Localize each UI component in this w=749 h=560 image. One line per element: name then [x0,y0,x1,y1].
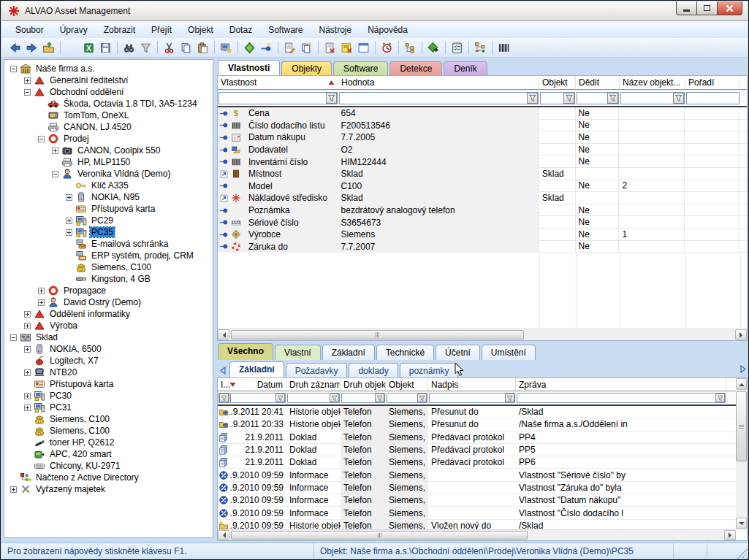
tree-node[interactable]: Propagace [4,285,213,296]
close-button[interactable] [717,1,742,15]
property-row[interactable]: Inventární čísloHIM122444Ne [218,156,747,168]
category-tab-vlastn[interactable]: Vlastní [275,345,321,360]
filter-funnel-button[interactable] [563,93,574,104]
tree-node[interactable]: Siemens, C100 [4,261,213,273]
tree-node[interactable]: Sklad [4,331,213,343]
journal-tab-poznmky[interactable]: poznámky [400,363,459,377]
tree-node[interactable]: APC, 420 smart [4,448,213,460]
journal-filter-input-druhobj[interactable] [341,393,385,403]
property-row[interactable]: MístnostSkladSklad [218,168,747,180]
column-header-nazev[interactable]: Název objekt... [620,76,685,89]
tree-node[interactable]: Vyřazený majetek [4,483,213,495]
tree-expand-box[interactable] [24,77,31,84]
journal-filter-input-datum[interactable] [230,393,286,403]
tree-node[interactable]: Přístupová karta [4,203,213,215]
tree-node[interactable]: CANON, Coolpix 550 [4,145,213,156]
menu-item-dotaz[interactable]: Dotaz [221,22,260,38]
journal-filter-input-ic[interactable] [218,393,229,403]
menu-item-soubor[interactable]: Soubor [7,22,52,38]
tree-node[interactable]: Klíč A335 [4,180,213,191]
tree-node[interactable]: Načteno z Active Directory [4,472,213,483]
property-row[interactable]: Datum nákupu7.7.2005Ne [218,131,747,144]
filter-funnel-button[interactable] [375,394,384,402]
category-tab-zkladn[interactable]: Základní [322,345,375,360]
tree-expand-box[interactable] [24,404,31,411]
toolbar-edit-record-button[interactable] [281,39,298,56]
tree-expand-box[interactable] [10,486,17,493]
toolbar-barcode-button[interactable] [495,39,512,56]
toolbar-copy-record-button[interactable] [298,39,315,56]
tree-node[interactable]: Naše firma a.s. [4,63,213,74]
filter-funnel-button[interactable] [607,93,618,104]
filter-funnel-button[interactable] [330,394,339,402]
tree-node[interactable]: NOKIA, 6500 [4,343,213,355]
property-row[interactable]: Záruka do7.7.2007Ne [218,241,747,253]
category-tab-umstn[interactable]: Umístění [482,345,536,360]
category-tab-vechno[interactable]: Všechno [218,343,273,360]
journal-row[interactable]: 21.9.2011DokladTelefonSiemens, ...Předáv… [218,444,747,456]
tree-expand-box[interactable] [66,218,72,224]
tree-node[interactable]: Škoda, Octavia 1.8 TDI, 3A5-1234 [4,98,213,110]
menu-item-npovda[interactable]: Nápověda [360,22,416,38]
tree-expand-box[interactable] [52,147,58,154]
resize-grip[interactable] [737,548,748,559]
property-row[interactable]: Číslo dodacího listuF200513546Ne [218,120,747,132]
toolbar-folder-up-button[interactable] [40,39,57,56]
toolbar-new-object-button[interactable] [241,39,258,56]
tree-node[interactable]: Logitech, X7 [4,355,213,367]
tree-node[interactable]: NOKIA, N95 [4,191,213,203]
tree-node[interactable]: PC35 [4,226,213,238]
tree-node[interactable]: PC29 [4,215,213,226]
menu-item-software[interactable]: Software [260,22,311,38]
journal-h-scrollbar[interactable] [218,529,736,540]
tab-objekty[interactable]: Objekty [281,61,332,75]
column-header-poradi[interactable]: Pořadí [685,76,740,89]
tab-vlastnosti[interactable]: Vlastnosti [218,60,280,75]
tree-node[interactable]: HP, MLP1150 [4,156,213,168]
tab-scroll-right-icon[interactable] [738,363,748,375]
properties-h-scrollbar[interactable] [218,329,747,340]
toolbar-find-button[interactable] [121,39,137,56]
journal-filter-input-objekt[interactable] [387,393,427,403]
property-row[interactable]: VýrobceSiemensNe1 [218,229,747,241]
tab-scroll-left-icon[interactable] [218,364,228,376]
filter-funnel-button[interactable] [417,394,427,402]
filter-funnel-button[interactable] [219,394,229,402]
tree-node[interactable]: CANON, LJ 4520 [4,121,213,133]
tree-node[interactable]: Siemens, C100 [4,425,213,437]
journal-row[interactable]: 21.9.2011 20:41Historie objek...TelefonS… [218,406,747,418]
filter-input-dedit[interactable] [577,92,619,104]
filter-input-nazev[interactable] [620,92,685,104]
menu-item-pravy[interactable]: Úpravy [52,22,96,38]
maximize-button[interactable] [696,1,718,15]
tree-expand-box[interactable] [24,311,31,318]
tree-node[interactable]: Kingston, 4 GB [4,273,213,285]
tree-collapse-box[interactable] [52,171,58,177]
filter-funnel-button[interactable] [673,93,684,104]
tree-node[interactable]: PC30 [4,390,213,402]
toolbar-edit-tree-button[interactable] [472,39,489,56]
property-row[interactable]: DodavatelO2Ne [218,144,747,156]
toolbar-save-button[interactable] [97,39,114,56]
toolbar-new-computer-button[interactable] [218,39,235,56]
toolbar-discard-note-button[interactable] [338,39,355,56]
category-tab-technick[interactable]: Technické [376,345,434,360]
journal-row[interactable]: 22.9.2010 09:59InformaceTelefonSiemens, … [218,482,747,494]
tree-collapse-box[interactable] [10,334,17,341]
toolbar-detail-window-button[interactable] [355,39,372,56]
journal-column-header-ic[interactable]: I... [218,378,229,391]
menu-item-objekt[interactable]: Objekt [180,22,221,38]
journal-row[interactable]: 22.9.2010 09:59InformaceTelefonSiemens, … [218,494,747,507]
journal-column-header-datum[interactable]: Datum [229,378,286,391]
journal-filter-input-druh[interactable] [287,393,340,403]
column-header-objekt[interactable]: Objekt [539,76,576,89]
tree-node[interactable]: Výroba [4,320,213,331]
property-row[interactable]: $Cena654Ne [218,107,747,120]
tab-denk[interactable]: Deník [444,61,487,75]
tree-node[interactable]: David Ostrý (Demo) [4,296,213,308]
journal-tab-zkladn[interactable]: Základní [229,361,284,377]
tree-expand-box[interactable] [24,393,31,399]
journal-row[interactable]: 21.9.2011DokladTelefonSiemens, ...Předáv… [218,431,747,444]
journal-tab-poadavky[interactable]: Požadavky [286,363,348,377]
property-row[interactable]: 1523Sériové čísloS3654673Ne [218,216,747,229]
